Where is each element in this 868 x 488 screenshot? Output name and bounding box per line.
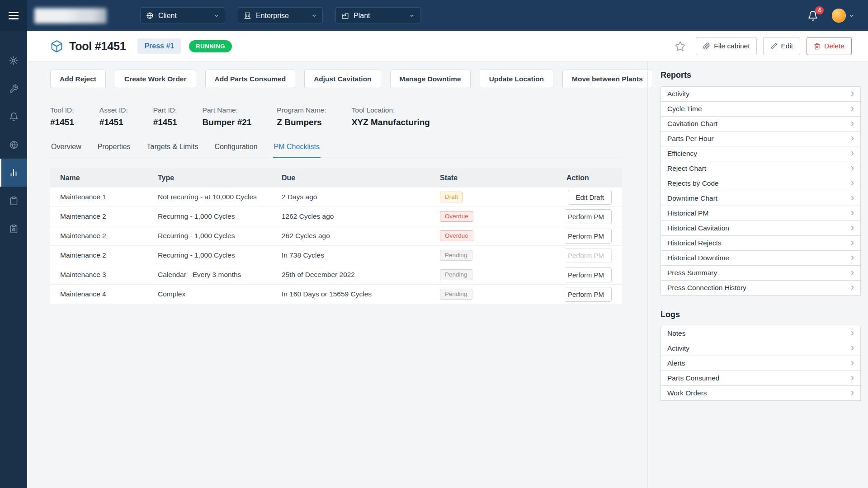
action-button[interactable]: Adjust Cavitation <box>304 70 381 88</box>
info-field: Tool Location: XYZ Manufacturing <box>352 106 430 127</box>
file-cabinet-button[interactable]: File cabinet <box>696 37 757 55</box>
sidebar-item-dashboard[interactable] <box>0 159 27 187</box>
sidebar-item-alerts[interactable] <box>0 103 27 131</box>
report-link-label: Efficiency <box>667 150 697 158</box>
column-header: Due <box>281 174 439 182</box>
report-link[interactable]: Historical Cavitation › <box>660 221 861 236</box>
tab[interactable]: Targets & Limits <box>146 143 199 158</box>
cell-name: Maintenance 4 <box>50 290 157 298</box>
row-action-button[interactable]: Perform PM <box>566 267 612 282</box>
cell-type: Complex <box>157 290 281 298</box>
report-link[interactable]: Reject Chart › <box>660 161 861 176</box>
cell-type: Recurring - 1,000 Cycles <box>157 232 281 240</box>
delete-button[interactable]: Delete <box>807 37 852 55</box>
report-link-label: Rejects by Code <box>667 179 719 188</box>
report-link[interactable]: Efficiency › <box>660 146 861 161</box>
report-link[interactable]: Cycle Time › <box>660 101 861 117</box>
log-link[interactable]: Activity › <box>660 341 861 356</box>
column-header: Name <box>50 174 157 182</box>
report-link[interactable]: Press Connection History › <box>660 280 861 296</box>
state-badge: Pending <box>440 250 472 261</box>
tab[interactable]: PM Checklists <box>273 143 321 158</box>
table-row: Maintenance 3 Calendar - Every 3 months … <box>50 265 622 285</box>
globe-icon <box>146 12 154 19</box>
state-badge: Overdue <box>440 230 473 241</box>
row-action-button[interactable]: Perform PM <box>566 248 612 263</box>
reports-list: Activity › Cycle Time › Cavitation Chart… <box>660 86 861 296</box>
log-link-label: Activity <box>667 344 689 352</box>
table-row: Maintenance 2 Recurring - 1,000 Cycles I… <box>50 246 622 265</box>
plant-dropdown[interactable]: Plant <box>335 7 420 24</box>
sidebar-item-history[interactable] <box>0 215 27 243</box>
log-link[interactable]: Notes › <box>660 326 861 341</box>
log-link-label: Notes <box>667 329 686 338</box>
row-action-button[interactable]: Perform PM <box>566 229 612 244</box>
user-menu[interactable] <box>832 9 854 23</box>
report-link[interactable]: Press Summary › <box>660 265 861 281</box>
row-action-button[interactable]: Perform PM <box>566 287 612 302</box>
sidebar-item-records[interactable] <box>0 187 27 215</box>
tab-bar: Overview Properties Targets & Limits Con… <box>50 143 622 158</box>
chevron-right-icon: › <box>851 178 854 188</box>
sidebar-item-network[interactable] <box>0 131 27 159</box>
press-badge[interactable]: Press #1 <box>137 38 181 54</box>
info-label: Tool Location: <box>352 106 430 114</box>
pencil-icon <box>770 43 777 50</box>
info-value: XYZ Manufacturing <box>352 117 430 127</box>
row-action-button[interactable]: Edit Draft <box>568 190 612 205</box>
page-header: Tool #1451 Press #1 RUNNING File cabinet… <box>27 31 868 61</box>
info-label: Asset ID: <box>99 106 128 114</box>
tab[interactable]: Properties <box>97 143 132 158</box>
cell-name: Maintenance 2 <box>50 251 157 259</box>
tab[interactable]: Overview <box>50 143 82 158</box>
cell-due: In 738 Cycles <box>281 251 439 259</box>
chevron-right-icon: › <box>851 328 854 338</box>
row-action-button[interactable]: Perform PM <box>566 209 612 224</box>
chevron-right-icon: › <box>851 208 854 218</box>
report-link[interactable]: Historical PM › <box>660 206 861 221</box>
log-link[interactable]: Alerts › <box>660 356 861 371</box>
right-panel: Reports Activity › Cycle Time › <box>647 61 868 488</box>
cell-due: 2 Days ago <box>281 193 439 201</box>
favorite-button[interactable] <box>675 41 686 52</box>
action-button[interactable]: Create Work Order <box>115 70 196 88</box>
edit-button[interactable]: Edit <box>763 37 800 55</box>
action-button[interactable]: Move between Plants <box>562 70 652 88</box>
sidebar-item-settings[interactable] <box>0 47 27 75</box>
action-button[interactable]: Update Location <box>480 70 553 88</box>
enterprise-dropdown[interactable]: Enterprise <box>238 7 323 24</box>
action-button[interactable]: Add Parts Consumed <box>205 70 296 88</box>
report-link[interactable]: Historical Downtime › <box>660 250 861 266</box>
client-dropdown[interactable]: Client <box>140 7 225 24</box>
column-header: Type <box>157 174 281 182</box>
action-button[interactable]: Manage Downtime <box>390 70 471 88</box>
report-link-label: Press Connection History <box>667 284 746 292</box>
log-link[interactable]: Parts Consumed › <box>660 371 861 386</box>
menu-button[interactable] <box>0 0 27 31</box>
status-badge: RUNNING <box>189 40 232 52</box>
info-label: Program Name: <box>277 106 326 114</box>
log-link[interactable]: Work Orders › <box>660 385 861 401</box>
notifications-button[interactable]: 4 <box>807 10 818 21</box>
info-label: Part ID: <box>153 106 177 114</box>
action-button[interactable]: Add Reject <box>50 70 106 88</box>
cell-name: Maintenance 2 <box>50 212 157 221</box>
report-link[interactable]: Cavitation Chart › <box>660 116 861 131</box>
cell-due: 262 Cycles ago <box>281 232 439 240</box>
main-content: Add Reject Create Work Order Add Parts C… <box>27 61 647 488</box>
page-title: Tool #1451 <box>69 40 126 53</box>
tool-actions: Add Reject Create Work Order Add Parts C… <box>50 70 622 88</box>
tab[interactable]: Configuration <box>213 143 258 158</box>
clipboard-clock-icon <box>9 224 19 234</box>
report-link[interactable]: Activity › <box>660 86 861 102</box>
log-link-label: Alerts <box>667 359 685 367</box>
sidebar-item-tools[interactable] <box>0 75 27 103</box>
report-link[interactable]: Rejects by Code › <box>660 176 861 191</box>
report-link[interactable]: Historical Rejects › <box>660 235 861 251</box>
report-link[interactable]: Parts Per Hour › <box>660 131 861 146</box>
chevron-down-icon <box>311 13 317 19</box>
report-link[interactable]: Downtime Chart › <box>660 191 861 206</box>
avatar <box>832 9 846 23</box>
paperclip-icon <box>703 42 710 50</box>
tool-info: Tool ID: #1451 Asset ID: #1451 Part ID: … <box>50 106 622 127</box>
